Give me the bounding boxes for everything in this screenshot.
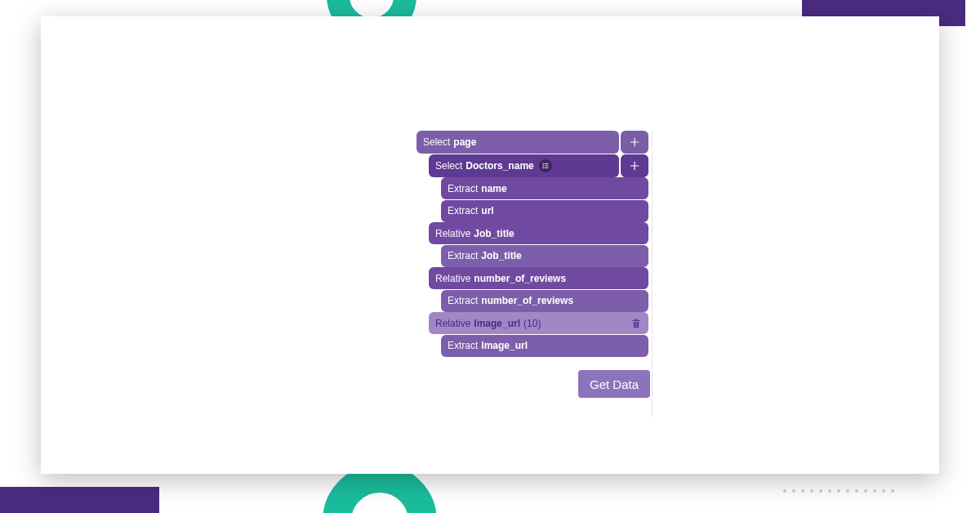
list-icon bbox=[539, 159, 552, 172]
row-name: url bbox=[481, 205, 493, 216]
selector-row-doctors-name[interactable]: Select Doctors_name bbox=[429, 154, 619, 177]
row-name: Job_title bbox=[474, 228, 514, 239]
plus-icon bbox=[629, 136, 640, 148]
row-action: Relative bbox=[435, 228, 470, 239]
selector-row-extract-url[interactable]: Extract url bbox=[441, 200, 648, 222]
add-child-button[interactable] bbox=[621, 154, 648, 177]
selector-panel: Select page Select Doctors_name Extract … bbox=[416, 131, 653, 357]
decor-dots-low bbox=[783, 489, 894, 493]
selector-row-page[interactable]: Select page bbox=[416, 131, 619, 154]
selector-row-relative-job-title[interactable]: Relative Job_title bbox=[429, 222, 648, 244]
main-card: Select page Select Doctors_name Extract … bbox=[41, 16, 939, 474]
selector-row-extract-reviews[interactable]: Extract number_of_reviews bbox=[441, 290, 648, 312]
row-name: number_of_reviews bbox=[481, 295, 573, 306]
row-name: Job_title bbox=[481, 250, 521, 261]
svg-rect-1 bbox=[544, 163, 548, 164]
svg-rect-3 bbox=[544, 165, 548, 166]
row-name: name bbox=[481, 183, 506, 194]
plus-icon bbox=[629, 160, 640, 172]
row-action: Extract bbox=[448, 183, 478, 194]
svg-point-2 bbox=[542, 165, 544, 167]
decor-square-bottom-left bbox=[0, 487, 159, 513]
add-child-button[interactable] bbox=[621, 131, 648, 154]
svg-point-4 bbox=[542, 167, 544, 168]
row-action: Extract bbox=[448, 340, 478, 351]
svg-point-0 bbox=[542, 163, 544, 164]
row-action: Relative bbox=[435, 273, 470, 284]
selector-row-extract-name[interactable]: Extract name bbox=[441, 177, 648, 199]
row-action: Select bbox=[435, 160, 462, 172]
row-action: Extract bbox=[448, 205, 478, 216]
selector-row-extract-image-url[interactable]: Extract Image_url bbox=[441, 335, 648, 357]
row-name: page bbox=[453, 136, 476, 148]
row-name: Image_url bbox=[474, 318, 520, 329]
row-action: Extract bbox=[448, 250, 478, 261]
row-count: (10) bbox=[523, 318, 541, 329]
row-action: Extract bbox=[448, 295, 478, 306]
selector-row-relative-reviews[interactable]: Relative number_of_reviews bbox=[429, 267, 648, 289]
selector-row-relative-image-url[interactable]: Relative Image_url (10) bbox=[429, 312, 648, 334]
row-name: Doctors_name bbox=[466, 160, 533, 172]
row-name: Image_url bbox=[481, 340, 528, 351]
selector-row-extract-job-title[interactable]: Extract Job_title bbox=[441, 245, 648, 267]
delete-button[interactable] bbox=[630, 318, 642, 329]
row-action: Select bbox=[423, 136, 450, 148]
row-action: Relative bbox=[435, 318, 470, 329]
get-data-button[interactable]: Get Data bbox=[578, 370, 650, 398]
svg-rect-5 bbox=[544, 167, 548, 168]
trash-icon bbox=[630, 318, 642, 329]
row-name: number_of_reviews bbox=[474, 273, 566, 284]
